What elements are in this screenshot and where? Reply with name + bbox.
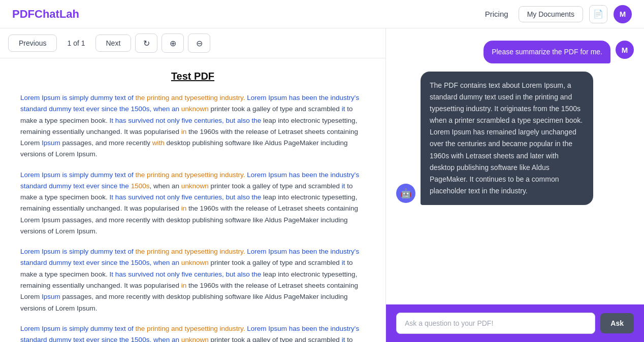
previous-button[interactable]: Previous xyxy=(8,35,57,52)
zoom-in-button[interactable]: ⊕ xyxy=(162,33,184,53)
my-documents-button[interactable]: My Documents xyxy=(519,6,583,22)
chat-input[interactable] xyxy=(396,313,595,334)
app-header: PDFChatLah Pricing My Documents 📄 M xyxy=(0,0,644,28)
ask-button[interactable]: Ask xyxy=(600,313,634,333)
bot-message-row: 🤖 The PDF contains text about Lorem Ipsu… xyxy=(396,72,634,205)
zoom-in-icon: ⊕ xyxy=(170,39,176,48)
user-avatar[interactable]: M xyxy=(614,5,632,23)
next-button[interactable]: Next xyxy=(95,35,132,52)
bot-avatar: 🤖 xyxy=(396,184,415,203)
chat-input-area: Ask xyxy=(386,304,644,342)
pdf-panel: Previous 1 of 1 Next ↻ ⊕ ⊖ Test PDF Lore… xyxy=(0,28,386,342)
bot-icon: 🤖 xyxy=(400,188,411,199)
page-indicator: 1 of 1 xyxy=(61,39,91,47)
reload-icon: ↻ xyxy=(143,39,150,48)
main-layout: Previous 1 of 1 Next ↻ ⊕ ⊖ Test PDF Lore… xyxy=(0,28,644,342)
user-message-row: Please summarize the PDF for me. M xyxy=(396,41,634,63)
pdf-paragraph-2: Lorem Ipsum is simply dummy text of the … xyxy=(20,169,365,237)
document-icon: 📄 xyxy=(593,9,603,19)
pdf-content: Test PDF Lorem Ipsum is simply dummy tex… xyxy=(0,58,385,342)
chat-panel: Please summarize the PDF for me. M 🤖 The… xyxy=(386,28,644,342)
app-logo: PDFChatLah xyxy=(12,8,79,21)
pricing-button[interactable]: Pricing xyxy=(481,7,512,21)
pdf-paragraph-1: Lorem Ipsum is simply dummy text of the … xyxy=(20,92,365,160)
user-chat-avatar: M xyxy=(616,41,634,59)
bot-bubble: The PDF contains text about Lorem Ipsum,… xyxy=(421,72,593,205)
chat-messages: Please summarize the PDF for me. M 🤖 The… xyxy=(386,28,644,304)
pdf-paragraph-3: Lorem Ipsum is simply dummy text of the … xyxy=(20,246,365,314)
header-nav: Pricing My Documents 📄 M xyxy=(481,5,632,23)
logo-text: PDFChat xyxy=(12,8,59,20)
document-icon-button[interactable]: 📄 xyxy=(589,5,607,23)
pdf-toolbar: Previous 1 of 1 Next ↻ ⊕ ⊖ xyxy=(0,28,385,58)
zoom-out-button[interactable]: ⊖ xyxy=(188,33,210,53)
user-bubble: Please summarize the PDF for me. xyxy=(484,41,610,63)
zoom-out-icon: ⊖ xyxy=(196,39,203,48)
pdf-title: Test PDF xyxy=(20,71,365,82)
reload-button[interactable]: ↻ xyxy=(135,33,157,53)
pdf-paragraph-4: Lorem Ipsum is simply dummy text of the … xyxy=(20,323,365,342)
logo-accent: Lah xyxy=(59,8,79,20)
